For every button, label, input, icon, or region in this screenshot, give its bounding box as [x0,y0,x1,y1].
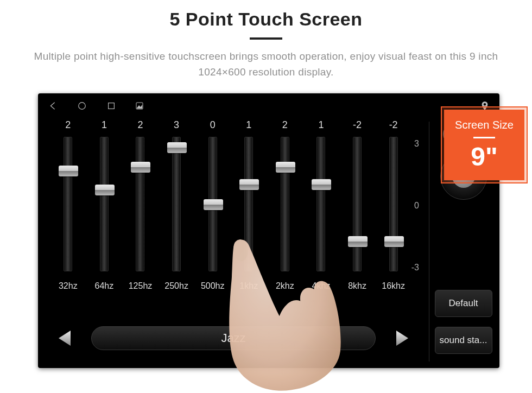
image-icon[interactable] [136,102,143,110]
eq-slider-track[interactable] [64,137,72,271]
eq-slider-track[interactable] [100,137,109,271]
eq-band-value: -2 [353,119,362,134]
eq-slider-thumb[interactable] [276,162,295,173]
eq-band-8khz: -28khz [339,119,376,304]
eq-band-1khz: 11khz [231,119,267,304]
preset-prev-button[interactable] [53,328,75,348]
eq-band-value: 2 [282,119,288,134]
screen-size-badge: Screen Size 9" [444,110,524,180]
eq-slider-track[interactable] [208,137,217,271]
device-screen: 232hz164hz2125hz3250hz0500hz11khz22khz14… [38,93,499,368]
eq-band-value: 2 [137,119,143,134]
eq-slider-thumb[interactable] [131,162,150,173]
page-subtitle: Multiple point high-sensitive touchscree… [16,48,516,80]
eq-band-value: -2 [389,119,398,134]
eq-band-125hz: 2125hz [122,119,159,304]
eq-band-2khz: 22khz [267,119,303,304]
back-icon[interactable] [48,101,58,111]
eq-slider-track[interactable] [316,137,325,271]
badge-value: 9" [471,142,497,172]
svg-point-0 [79,103,86,110]
preset-row: Jazz [53,326,414,351]
axis-mid: 0 [403,201,420,211]
badge-divider [473,137,495,138]
eq-band-value: 0 [210,119,216,134]
soundstage-button[interactable]: sound sta... [435,327,492,354]
eq-band-32hz: 232hz [50,119,86,304]
page-title: 5 Point Touch Screen [0,9,532,30]
android-navbar [38,97,499,115]
eq-band-value: 1 [318,119,324,134]
eq-band-value: 2 [65,119,71,134]
eq-band-4khz: 14khz [303,119,339,304]
eq-slider-thumb[interactable] [348,236,368,247]
eq-slider-track[interactable] [244,137,253,271]
eq-slider-track[interactable] [136,137,144,271]
preset-name[interactable]: Jazz [91,326,376,350]
eq-band-freq: 1khz [239,281,258,291]
eq-band-64hz: 164hz [86,119,123,304]
title-underline [250,37,282,40]
home-icon[interactable] [77,101,87,111]
preset-next-button[interactable] [392,328,414,348]
equalizer-panel: 232hz164hz2125hz3250hz0500hz11khz22khz14… [43,119,418,362]
eq-band-freq: 4khz [312,281,331,291]
eq-band-freq: 125hz [129,281,153,291]
badge-label: Screen Size [455,119,514,131]
eq-band-500hz: 0500hz [194,119,231,304]
eq-slider-track[interactable] [281,137,289,271]
eq-band-value: 3 [174,119,179,134]
svg-rect-1 [109,103,115,109]
eq-slider-track[interactable] [172,137,181,271]
eq-axis: 3 0 -3 [403,139,420,272]
eq-slider-thumb[interactable] [312,179,331,190]
eq-band-value: 1 [246,119,251,134]
eq-slider-thumb[interactable] [239,179,259,190]
eq-band-freq: 2khz [276,281,294,291]
eq-slider-thumb[interactable] [204,199,223,210]
eq-slider-thumb[interactable] [384,236,404,247]
axis-min: -3 [403,263,420,272]
default-button[interactable]: Default [435,290,492,317]
eq-slider-thumb[interactable] [59,166,78,176]
eq-slider-thumb[interactable] [167,142,187,153]
eq-band-freq: 8khz [348,281,366,291]
eq-band-250hz: 3250hz [159,119,195,304]
eq-slider-track[interactable] [353,137,362,271]
eq-band-freq: 32hz [59,281,78,291]
eq-band-freq: 16khz [382,281,405,291]
eq-band-freq: 64hz [95,281,114,291]
eq-slider-thumb[interactable] [95,185,115,195]
eq-band-freq: 250hz [164,281,188,291]
recents-icon[interactable] [106,101,116,111]
eq-band-freq: 500hz [201,281,225,291]
eq-slider-track[interactable] [389,137,398,271]
eq-band-value: 1 [102,119,107,134]
axis-max: 3 [403,139,420,149]
